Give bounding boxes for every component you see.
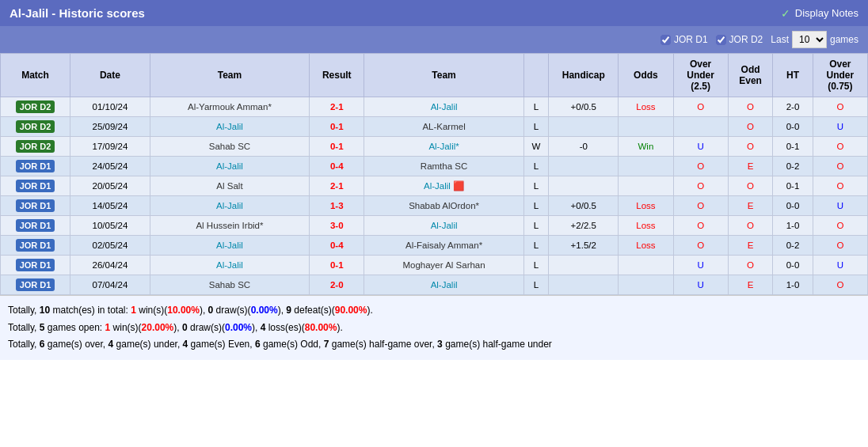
cell-ou075: U — [813, 196, 867, 216]
cell-result: 0-1 — [310, 256, 364, 275]
cell-ou25: U — [673, 275, 728, 295]
cell-team2: Ramtha SC — [364, 157, 523, 176]
cell-team1: Al-Jalil — [150, 157, 309, 176]
cell-ou25: O — [673, 196, 728, 216]
match-badge: JOR D2 — [16, 140, 55, 153]
cell-badge: JOR D2 — [1, 137, 70, 157]
cell-oe: E — [728, 196, 773, 216]
cell-handicap — [549, 176, 619, 196]
jord2-filter[interactable]: JOR D2 — [716, 34, 763, 45]
table-row: JOR D1 02/05/24 Al-Jalil 0-4 Al-Faisaly … — [1, 236, 868, 256]
cell-odds — [619, 256, 673, 275]
cell-ht: 0-0 — [773, 117, 813, 137]
col-result: Result — [310, 54, 364, 97]
cell-badge: JOR D1 — [1, 196, 70, 216]
cell-hl: L — [523, 117, 548, 137]
cell-hl: L — [523, 157, 548, 176]
cell-date: 02/05/24 — [70, 236, 150, 256]
cell-odds: Loss — [619, 97, 673, 117]
cell-date: 01/10/24 — [70, 97, 150, 117]
cell-date: 14/05/24 — [70, 196, 150, 216]
cell-hl: L — [523, 216, 548, 236]
col-team2: Team — [364, 54, 523, 97]
jord1-filter[interactable]: JOR D1 — [661, 34, 708, 45]
cell-odds — [619, 117, 673, 137]
cell-result: 2-0 — [310, 275, 364, 295]
cell-ou075: U — [813, 256, 867, 275]
cell-result: 0-4 — [310, 157, 364, 176]
table-row: JOR D2 17/09/24 Sahab SC 0-1 Al-Jalil* W… — [1, 137, 868, 157]
cell-badge: JOR D1 — [1, 256, 70, 275]
col-ou075: Over Under (0.75) — [813, 54, 867, 97]
cell-result: 1-3 — [310, 196, 364, 216]
cell-oe: O — [728, 97, 773, 117]
cell-hl: L — [523, 196, 548, 216]
cell-ht: 0-2 — [773, 236, 813, 256]
jord1-label: JOR D1 — [674, 34, 708, 45]
cell-oe: O — [728, 256, 773, 275]
cell-odds — [619, 275, 673, 295]
match-badge: JOR D2 — [16, 120, 55, 133]
table-row: JOR D1 14/05/24 Al-Jalil 1-3 Shabab AlOr… — [1, 196, 868, 216]
footer-line3: Totally, 6 game(s) over, 4 game(s) under… — [8, 336, 860, 354]
cell-badge: JOR D2 — [1, 117, 70, 137]
col-odds: Odds — [619, 54, 673, 97]
cell-team1: Al-Jalil — [150, 236, 309, 256]
result-value: 0-4 — [330, 241, 344, 250]
cell-oe: O — [728, 216, 773, 236]
cell-ou25: U — [673, 137, 728, 157]
table-row: JOR D1 07/04/24 Sahab SC 2-0 Al-Jalil L … — [1, 275, 868, 295]
cell-badge: JOR D1 — [1, 275, 70, 295]
cell-hl: L — [523, 256, 548, 275]
result-value: 2-1 — [330, 181, 344, 191]
cell-badge: JOR D1 — [1, 216, 70, 236]
cell-handicap — [549, 275, 619, 295]
cell-result: 2-1 — [310, 97, 364, 117]
table-row: JOR D1 10/05/24 Al Hussein Irbid* 3-0 Al… — [1, 216, 868, 236]
cell-badge: JOR D1 — [1, 157, 70, 176]
match-badge: JOR D2 — [16, 100, 55, 113]
cell-odds: Loss — [619, 236, 673, 256]
table-row: JOR D1 20/05/24 Al Salt 2-1 Al-Jalil 🟥 L… — [1, 176, 868, 196]
cell-team2: Shabab AlOrdon* — [364, 196, 523, 216]
last-games-area: Last 10 5 15 20 25 30 games — [771, 31, 858, 48]
cell-team2: Al-Jalil — [364, 216, 523, 236]
cell-ou25: O — [673, 97, 728, 117]
result-value: 2-0 — [330, 280, 344, 290]
cell-team1: Al-Jalil — [150, 117, 309, 137]
cell-ou075: O — [813, 97, 867, 117]
result-value: 1-3 — [330, 201, 344, 210]
cell-ou075: O — [813, 176, 867, 196]
jord1-checkbox[interactable] — [661, 35, 671, 45]
cell-date: 25/09/24 — [70, 117, 150, 137]
cell-result: 2-1 — [310, 176, 364, 196]
table-row: JOR D2 01/10/24 Al-Yarmouk Amman* 2-1 Al… — [1, 97, 868, 117]
cell-handicap: +1.5/2 — [549, 236, 619, 256]
cell-date: 17/09/24 — [70, 137, 150, 157]
col-ou25: Over Under (2.5) — [673, 54, 728, 97]
main-container: Al-Jalil - Historic scores ✓ Display Not… — [0, 0, 868, 360]
last-games-select[interactable]: 10 5 15 20 25 30 — [792, 31, 827, 48]
result-value: 0-1 — [330, 260, 344, 270]
footer-line2: Totally, 5 games open: 1 win(s)(20.00%),… — [8, 320, 860, 337]
col-ht: HT — [773, 54, 813, 97]
col-match: Match — [1, 54, 70, 97]
cell-hl: L — [523, 275, 548, 295]
cell-team2: Al-Jalil* — [364, 137, 523, 157]
display-notes-label: Display Notes — [795, 7, 858, 19]
cell-odds — [619, 176, 673, 196]
footer-line1: Totally, 10 match(es) in total: 1 win(s)… — [8, 302, 860, 320]
cell-team2: Moghayer Al Sarhan — [364, 256, 523, 275]
match-badge: JOR D1 — [16, 180, 55, 192]
cell-team1: Al-Jalil — [150, 256, 309, 275]
col-team1: Team — [150, 54, 309, 97]
cell-badge: JOR D1 — [1, 236, 70, 256]
match-badge: JOR D1 — [16, 199, 55, 212]
scores-table: Match Date Team Result Team Handicap Odd… — [0, 53, 868, 295]
result-value: 3-0 — [330, 221, 344, 230]
jord2-checkbox[interactable] — [716, 35, 726, 45]
cell-result: 0-4 — [310, 236, 364, 256]
cell-hl: W — [523, 137, 548, 157]
col-handicap: Handicap — [549, 54, 619, 97]
cell-ht: 0-0 — [773, 256, 813, 275]
